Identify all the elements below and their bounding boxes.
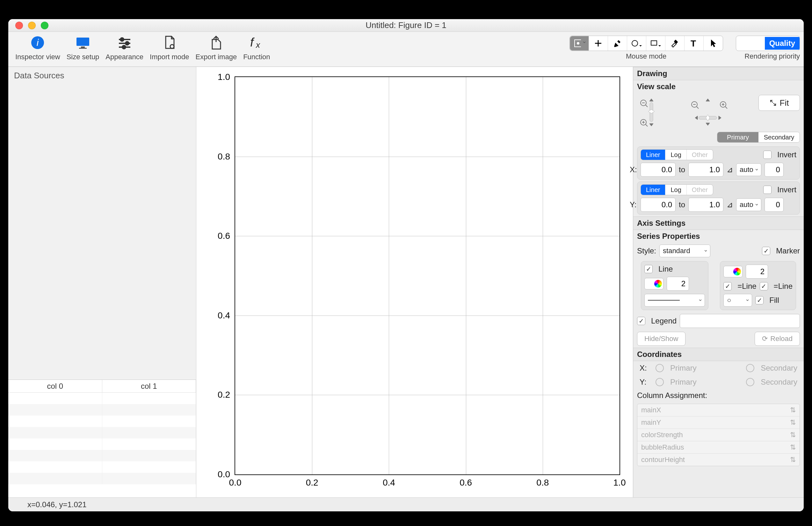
y-to-input[interactable] (688, 198, 723, 212)
primary-tab[interactable]: Primary (717, 132, 758, 142)
x-primary-radio[interactable]: Primary (655, 364, 697, 373)
x-to-input[interactable] (688, 163, 723, 177)
svg-line-33 (725, 107, 727, 109)
ytick: 0.4 (218, 311, 230, 321)
table-row[interactable] (8, 438, 196, 450)
pencil-tool[interactable] (608, 36, 627, 51)
svg-point-18 (632, 41, 638, 46)
table-row[interactable] (8, 416, 196, 427)
svg-text:x: x (255, 40, 260, 50)
fit-button[interactable]: Fit (758, 95, 800, 111)
fill-checkbox[interactable]: Fill (755, 296, 779, 305)
y-secondary-radio[interactable]: Secondary (746, 378, 797, 387)
style-select[interactable]: standard (659, 244, 710, 257)
ca-item[interactable]: bubbleRadius⇅ (637, 441, 800, 454)
drawing-header[interactable]: Drawing (633, 67, 804, 80)
data-sources-list[interactable] (8, 85, 196, 379)
col-header-0[interactable]: col 0 (8, 380, 102, 392)
svg-point-11 (170, 45, 174, 48)
y-auto-select[interactable]: auto (736, 198, 761, 211)
line-width[interactable] (667, 277, 689, 291)
y-invert[interactable]: Invert (763, 185, 796, 194)
line-checkbox[interactable]: Line (644, 265, 705, 273)
export-button[interactable]: Export image (192, 34, 240, 61)
pan-tool[interactable] (570, 36, 589, 51)
plot-area[interactable]: 1.0 0.8 0.6 0.4 0.2 0.0 0.0 0.2 0.4 0.6 … (234, 76, 620, 475)
reload-icon: ⟳ (762, 335, 768, 343)
legend-input[interactable] (680, 314, 800, 328)
hide-show-button[interactable]: Hide/Show (637, 332, 685, 346)
rendering-toggle[interactable]: Quality (736, 36, 800, 51)
legend-checkbox[interactable]: Legend (637, 316, 677, 326)
ytick: 0.8 (218, 152, 230, 162)
toolbar: i Inspector view Size setup Appearance I… (8, 32, 804, 67)
svg-rect-3 (81, 46, 85, 48)
line-color[interactable] (644, 278, 664, 289)
data-table: col 0 col 1 (8, 379, 196, 497)
pointer-tool[interactable] (704, 36, 723, 51)
eqline2[interactable]: =Line (760, 282, 793, 291)
table-row[interactable] (8, 393, 196, 404)
ca-item[interactable]: mainX⇅ (637, 404, 800, 417)
table-row[interactable] (8, 450, 196, 461)
zoom-icon[interactable] (41, 22, 48, 29)
marker-size[interactable] (746, 265, 768, 279)
chevron-updown-icon: ⇅ (790, 406, 796, 414)
x-from-input[interactable] (640, 163, 676, 177)
xtick: 0.8 (536, 478, 549, 488)
circle-tool[interactable] (627, 36, 646, 51)
x-secondary-radio[interactable]: Secondary (746, 364, 797, 373)
inspector-button[interactable]: i Inspector view (12, 34, 63, 61)
data-sources-header: Data Sources (8, 67, 196, 85)
import-button[interactable]: Import mode (147, 34, 192, 61)
x-invert[interactable]: Invert (763, 150, 796, 159)
marker-color[interactable] (723, 266, 742, 277)
table-row[interactable] (8, 461, 196, 473)
svg-line-22 (646, 105, 648, 107)
axis-settings-header[interactable]: Axis Settings (633, 216, 804, 230)
mouse-mode-label: Mouse mode (626, 52, 666, 60)
minimize-icon[interactable] (28, 22, 36, 29)
ca-item[interactable]: mainY⇅ (637, 417, 800, 429)
eyedropper-tool[interactable] (665, 36, 684, 51)
xtick: 1.0 (613, 478, 626, 488)
marker-checkbox[interactable]: Marker (762, 246, 800, 255)
text-tool[interactable]: T (684, 36, 704, 51)
chevron-updown-icon: ⇅ (790, 443, 796, 451)
y-primary-radio[interactable]: Primary (655, 378, 697, 387)
add-tool[interactable] (589, 36, 608, 51)
y-decimals[interactable] (765, 198, 784, 212)
table-row[interactable] (8, 473, 196, 484)
secondary-tab[interactable]: Secondary (758, 132, 800, 142)
function-button[interactable]: fx Function (240, 34, 273, 61)
col-header-1[interactable]: col 1 (102, 380, 196, 392)
close-icon[interactable] (15, 22, 23, 29)
table-row[interactable] (8, 404, 196, 416)
table-row[interactable] (8, 427, 196, 438)
eqline1[interactable]: =Line (723, 282, 756, 291)
appearance-button[interactable]: Appearance (102, 34, 147, 61)
rendering-speed[interactable] (736, 36, 765, 51)
coordinates-header[interactable]: Coordinates (633, 348, 804, 361)
rect-tool[interactable] (646, 36, 665, 51)
line-style-select[interactable] (644, 294, 705, 306)
ca-item[interactable]: colorStrength⇅ (637, 429, 800, 441)
view-scale-nav[interactable] (637, 95, 755, 130)
reload-button[interactable]: ⟳Reload (755, 332, 800, 346)
plot-canvas[interactable]: 1.0 0.8 0.6 0.4 0.2 0.0 0.0 0.2 0.4 0.6 … (196, 67, 633, 497)
triangle-icon[interactable]: ⊿ (727, 165, 733, 174)
size-setup-button[interactable]: Size setup (63, 34, 103, 61)
marker-box: =Line =Line ○ Fill (720, 261, 796, 310)
x-scale-type[interactable]: Liner Log Other (640, 149, 713, 160)
x-auto-select[interactable]: auto (736, 163, 761, 176)
marker-shape-select[interactable]: ○ (723, 294, 752, 306)
x-decimals[interactable] (765, 163, 784, 177)
ca-item[interactable]: contourHeight⇅ (637, 454, 800, 466)
y-from-input[interactable] (640, 198, 676, 212)
triangle-icon[interactable]: ⊿ (727, 200, 733, 209)
y-scale-type[interactable]: Liner Log Other (640, 184, 713, 195)
axis-primary-secondary[interactable]: Primary Secondary (717, 132, 800, 142)
svg-rect-19 (651, 41, 657, 45)
ytick: 0.6 (218, 231, 230, 241)
rendering-quality[interactable]: Quality (765, 37, 800, 50)
